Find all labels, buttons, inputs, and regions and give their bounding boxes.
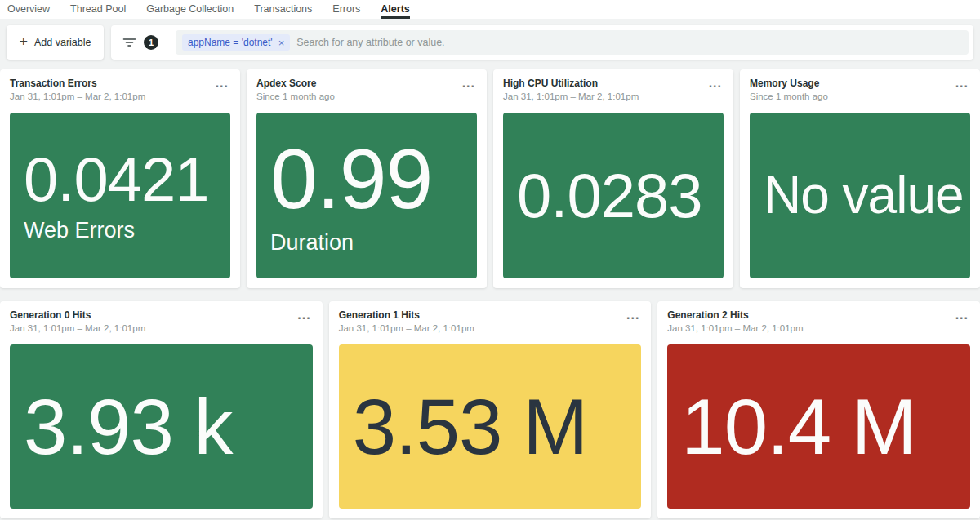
card-title: Generation 1 Hits xyxy=(339,309,474,321)
card-menu-button[interactable]: ... xyxy=(625,309,641,321)
search-input-zone[interactable]: appName = 'dotnet' × xyxy=(176,30,969,55)
card-header: Memory Usage Since 1 month ago ... xyxy=(750,78,970,101)
card-header: Generation 2 Hits Jan 31, 1:01pm – Mar 2… xyxy=(667,309,970,333)
tab-errors[interactable]: Errors xyxy=(332,0,360,19)
card-title: Generation 2 Hits xyxy=(667,309,803,321)
card-menu-button[interactable]: ... xyxy=(707,78,724,89)
card-generation-0-hits: Generation 0 Hits Jan 31, 1:01pm – Mar 2… xyxy=(0,301,323,518)
card-header: Generation 1 Hits Jan 31, 1:01pm – Mar 2… xyxy=(339,309,642,333)
card-apdex-score: Apdex Score Since 1 month ago ... 0.99 D… xyxy=(247,69,487,288)
card-menu-button[interactable]: ... xyxy=(954,78,970,89)
card-header: Transaction Errors Jan 31, 1:01pm – Mar … xyxy=(10,78,230,101)
billboard-value: 3.53 M xyxy=(353,387,587,467)
tab-label: Overview xyxy=(7,3,50,15)
card-subtitle: Jan 31, 1:01pm – Mar 2, 1:01pm xyxy=(667,323,803,333)
card-header: Generation 0 Hits Jan 31, 1:01pm – Mar 2… xyxy=(10,309,313,333)
billboard-value: No value xyxy=(764,169,964,222)
billboard: 0.99 Duration xyxy=(256,113,477,278)
card-menu-button[interactable]: ... xyxy=(296,309,312,321)
card-high-cpu-utilization: High CPU Utilization Jan 31, 1:01pm – Ma… xyxy=(493,69,733,288)
card-generation-1-hits: Generation 1 Hits Jan 31, 1:01pm – Mar 2… xyxy=(329,301,652,518)
add-variable-button[interactable]: + Add variable xyxy=(7,25,104,60)
card-transaction-errors: Transaction Errors Jan 31, 1:01pm – Mar … xyxy=(0,69,240,288)
toolbar: + Add variable 1 appName = 'dotnet' × xyxy=(0,25,980,60)
card-menu-button[interactable]: ... xyxy=(214,78,230,89)
card-menu-button[interactable]: ... xyxy=(461,78,477,89)
card-memory-usage: Memory Usage Since 1 month ago ... No va… xyxy=(740,69,980,288)
card-title: Memory Usage xyxy=(750,78,828,89)
tab-label: Transactions xyxy=(254,3,312,15)
card-title: High CPU Utilization xyxy=(503,78,639,89)
filter-chip[interactable]: appName = 'dotnet' × xyxy=(182,34,290,51)
card-subtitle: Since 1 month ago xyxy=(256,91,335,101)
tab-transactions[interactable]: Transactions xyxy=(254,0,312,19)
billboard: 0.0283 xyxy=(503,113,724,278)
divider xyxy=(167,33,167,51)
card-subtitle: Since 1 month ago xyxy=(750,91,828,101)
billboard: 3.93 k xyxy=(10,344,313,509)
filter-chip-label: appName = 'dotnet' xyxy=(188,37,273,48)
card-subtitle: Jan 31, 1:01pm – Mar 2, 1:01pm xyxy=(10,91,145,101)
card-header: Apdex Score Since 1 month ago ... xyxy=(256,78,477,101)
tab-thread-pool[interactable]: Thread Pool xyxy=(70,0,126,19)
tab-label: Alerts xyxy=(381,3,409,15)
chip-close-icon[interactable]: × xyxy=(278,38,285,48)
billboard-value: 0.99 xyxy=(270,136,432,222)
tab-alerts[interactable]: Alerts xyxy=(381,0,409,19)
card-subtitle: Jan 31, 1:01pm – Mar 2, 1:01pm xyxy=(503,91,639,101)
billboard-value: 3.93 k xyxy=(24,387,233,467)
billboard-label: Web Errors xyxy=(24,218,135,243)
billboard-label: Duration xyxy=(270,230,354,256)
card-generation-2-hits: Generation 2 Hits Jan 31, 1:01pm – Mar 2… xyxy=(657,301,980,518)
billboard: No value xyxy=(750,113,970,278)
dashboard-page: Overview Thread Pool Garbage Collection … xyxy=(0,0,980,518)
tab-overview[interactable]: Overview xyxy=(7,0,50,19)
billboard-value: 0.0283 xyxy=(517,164,702,228)
tab-label: Thread Pool xyxy=(70,3,126,15)
tab-label: Errors xyxy=(332,3,360,15)
card-subtitle: Jan 31, 1:01pm – Mar 2, 1:01pm xyxy=(339,323,474,333)
search-input[interactable] xyxy=(296,37,962,48)
card-menu-button[interactable]: ... xyxy=(954,309,970,321)
card-title: Generation 0 Hits xyxy=(10,309,145,321)
tab-garbage-collection[interactable]: Garbage Collection xyxy=(146,0,234,19)
add-variable-label: Add variable xyxy=(34,37,91,48)
billboard: 10.4 M xyxy=(667,344,970,509)
dashboard-row-2: Generation 0 Hits Jan 31, 1:01pm – Mar 2… xyxy=(0,301,980,518)
tab-bar: Overview Thread Pool Garbage Collection … xyxy=(0,0,980,19)
dashboard-row-1: Transaction Errors Jan 31, 1:01pm – Mar … xyxy=(0,69,980,288)
card-title: Transaction Errors xyxy=(10,78,145,89)
filter-count-badge: 1 xyxy=(144,35,158,50)
filter-search-bar[interactable]: 1 appName = 'dotnet' × xyxy=(111,25,973,60)
billboard: 0.0421 Web Errors xyxy=(10,113,230,278)
billboard: 3.53 M xyxy=(339,344,642,509)
tab-label: Garbage Collection xyxy=(146,3,234,15)
card-title: Apdex Score xyxy=(256,78,335,89)
card-header: High CPU Utilization Jan 31, 1:01pm – Ma… xyxy=(503,78,724,101)
billboard-value: 10.4 M xyxy=(681,387,915,467)
card-subtitle: Jan 31, 1:01pm – Mar 2, 1:01pm xyxy=(10,323,145,333)
filter-icon[interactable] xyxy=(122,36,136,49)
billboard-value: 0.0421 xyxy=(24,148,208,211)
plus-icon: + xyxy=(19,34,28,49)
